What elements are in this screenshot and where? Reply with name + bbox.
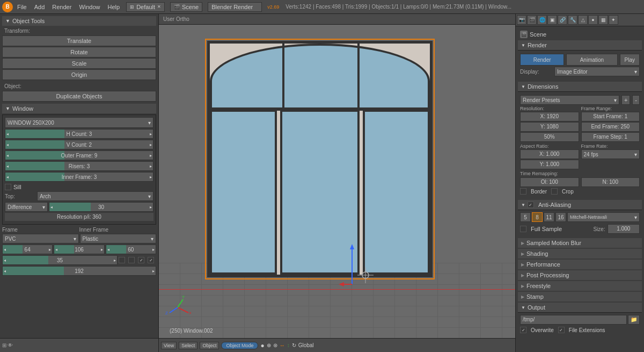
chk2[interactable] <box>128 257 135 263</box>
object-tools-header[interactable]: ▼ Object Tools <box>2 16 156 26</box>
diff-value-field[interactable]: ◂ 30 ▸ <box>49 202 153 212</box>
tab-render[interactable]: 📷 <box>517 15 526 25</box>
menu-file[interactable]: File <box>14 3 30 11</box>
performance-header[interactable]: ▶ Performance <box>518 260 642 269</box>
file-extensions-checkbox[interactable]: ✓ <box>558 327 565 333</box>
output-browse-btn[interactable]: 📁 <box>628 315 640 325</box>
aa-5[interactable]: 5 <box>520 212 531 222</box>
frame-material-dropdown[interactable]: PVC ▾ <box>2 234 79 243</box>
overwrite-checkbox[interactable]: ✓ <box>520 327 526 333</box>
tool-icon-4[interactable]: ↕ <box>287 342 290 348</box>
select-btn[interactable]: Select <box>179 342 197 349</box>
mode-dropdown[interactable]: Object Mode <box>221 342 258 349</box>
val4-field[interactable]: ◂ 35 ▸ <box>2 255 118 265</box>
pivot-dropdown[interactable]: Global <box>298 342 314 348</box>
output-header[interactable]: ▼ Output <box>518 303 642 313</box>
full-sample-checkbox[interactable] <box>520 226 526 232</box>
post-processing-header[interactable]: ▶ Post Processing <box>518 270 642 280</box>
object-section: Object: Duplicate Objects <box>2 82 156 102</box>
aa-16[interactable]: 16 <box>555 212 566 222</box>
chk1[interactable] <box>119 257 125 263</box>
res-x-field[interactable]: X: 1920 <box>520 112 579 121</box>
difference-dropdown[interactable]: Difference ▾ <box>5 202 48 212</box>
aa-checkbox[interactable]: ✓ <box>528 202 534 208</box>
render-section-content: Render Animation Play Display: Image Edi… <box>518 51 642 80</box>
start-frame-field[interactable]: Start Frame: 1 <box>581 112 640 121</box>
tool-icon-3[interactable]: ↔ <box>280 342 285 348</box>
tab-particles[interactable]: ✦ <box>609 15 618 25</box>
render-button[interactable]: Render <box>520 54 564 66</box>
sill-checkbox[interactable] <box>5 184 11 190</box>
freestyle-header[interactable]: ▶ Freestyle <box>518 281 642 291</box>
aa-11[interactable]: 11 <box>544 212 554 222</box>
sill-label: Sill <box>13 184 21 190</box>
tab-material[interactable]: ● <box>588 15 598 25</box>
view-btn[interactable]: View <box>161 342 177 349</box>
object-btn[interactable]: Object <box>200 342 219 349</box>
viewport[interactable]: User Ortho <box>159 14 515 352</box>
stamp-header[interactable]: ▶ Stamp <box>518 292 642 301</box>
crop-checkbox[interactable] <box>551 188 558 195</box>
play-button[interactable]: Play <box>620 54 640 66</box>
remove-preset-btn[interactable]: - <box>632 95 640 105</box>
duplicate-button[interactable]: Duplicate Objects <box>2 91 156 102</box>
tab-modifiers[interactable]: 🔧 <box>568 15 577 25</box>
tab-object[interactable]: ▣ <box>547 15 557 25</box>
tool-icon-5[interactable]: ↻ <box>292 342 296 348</box>
tool-icon-2[interactable]: ⊛ <box>273 342 277 348</box>
n-field[interactable]: N: 100 <box>581 177 640 187</box>
menu-window[interactable]: Window <box>76 3 103 11</box>
animation-button[interactable]: Animation <box>566 54 617 66</box>
asp-y-field[interactable]: Y: 1.000 <box>520 160 579 169</box>
tab-world[interactable]: 🌐 <box>537 15 547 25</box>
rotate-button[interactable]: Rotate <box>2 47 156 58</box>
val2-field[interactable]: ◂ 106 ▸ <box>54 245 104 254</box>
inner-material-dropdown[interactable]: Plastic ▾ <box>80 234 157 243</box>
val5-field[interactable]: ◂ 192 ▸ <box>2 266 156 276</box>
dot-btn[interactable]: ● <box>260 342 264 349</box>
tab-texture[interactable]: ▦ <box>598 15 608 25</box>
end-frame-field[interactable]: End Frame: 250 <box>581 122 640 132</box>
val3-field[interactable]: ◂ 60 ▸ <box>106 245 156 254</box>
window-preset-dropdown[interactable]: WINDOW 250X200 ▾ <box>5 117 153 128</box>
tab-data[interactable]: △ <box>578 15 588 25</box>
ol-field[interactable]: Ol: 100 <box>520 177 579 187</box>
chk3[interactable]: ✓ <box>138 257 144 263</box>
size-field[interactable]: 1.000 <box>608 224 640 234</box>
aa-content: 5 8 11 16 Mitchell-Netravali ▾ Full Samp… <box>518 210 642 236</box>
fps-dropdown[interactable]: 24 fps ▾ <box>581 149 640 159</box>
add-preset-btn[interactable]: + <box>621 95 630 105</box>
aa-8[interactable]: 8 <box>532 212 543 222</box>
render-engine-selector[interactable]: Blender Render <box>208 2 262 12</box>
tab-scene[interactable]: 🎬 <box>527 15 537 25</box>
res-pct-field[interactable]: 50% <box>520 132 579 142</box>
render-section-header[interactable]: ▼ Render <box>518 40 642 51</box>
scene-selector[interactable]: 🎬 Scene <box>170 2 202 12</box>
workspace-selector[interactable]: ⊞ Default ✕ <box>126 2 165 12</box>
border-checkbox[interactable] <box>520 188 526 195</box>
aa-header[interactable]: ▼ ✓ Anti-Aliasing <box>518 200 642 210</box>
origin-button[interactable]: Origin <box>2 69 156 80</box>
render-presets-dropdown[interactable]: Render Presets ▾ <box>520 95 619 105</box>
viewport-canvas[interactable]: X Y Z (250) Window.002 <box>159 25 515 338</box>
output-path-field[interactable]: /tmp/ <box>520 315 627 325</box>
res-y-field[interactable]: Y: 1080 <box>520 122 579 132</box>
sampled-motion-blur-header[interactable]: ▶ Sampled Motion Blur <box>518 238 642 248</box>
scale-button[interactable]: Scale <box>2 58 156 69</box>
chk4[interactable]: ✓ <box>148 257 154 263</box>
menu-add[interactable]: Add <box>31 3 48 11</box>
val1-field[interactable]: ◂ 64 ▸ <box>2 245 53 254</box>
window-section-header[interactable]: ▼ Window <box>2 104 156 113</box>
frame-step-field[interactable]: Frame Step: 1 <box>581 132 640 142</box>
menu-help[interactable]: Help <box>105 3 123 11</box>
aa-filter-dropdown[interactable]: Mitchell-Netravali ▾ <box>567 212 640 222</box>
top-dropdown[interactable]: Arch ▾ <box>37 191 153 201</box>
tab-constraints[interactable]: 🔗 <box>558 15 567 25</box>
translate-button[interactable]: Translate <box>2 35 156 46</box>
asp-x-field[interactable]: X: 1.000 <box>520 149 579 159</box>
display-dropdown[interactable]: Image Editor ▾ <box>554 67 640 76</box>
dimensions-header[interactable]: ▼ Dimensions <box>518 82 642 92</box>
shading-header[interactable]: ▶ Shading <box>518 249 642 258</box>
tool-icon-1[interactable]: ⊕ <box>267 342 271 348</box>
menu-render[interactable]: Render <box>49 3 75 11</box>
